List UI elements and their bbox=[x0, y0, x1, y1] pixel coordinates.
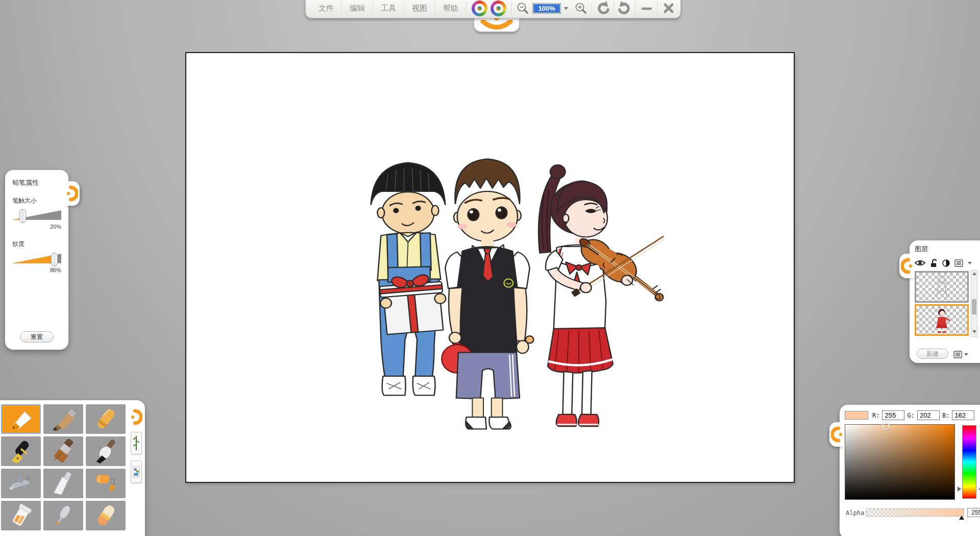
paint-jar-icon bbox=[5, 503, 37, 528]
brush-palette-panel bbox=[0, 400, 145, 536]
toolbar-divider bbox=[341, 2, 342, 15]
layer-controls bbox=[915, 258, 980, 268]
softness-slider-handle[interactable] bbox=[51, 253, 58, 266]
zoom-in-button[interactable] bbox=[571, 1, 591, 15]
layer-menu-icon[interactable] bbox=[954, 259, 963, 267]
menu-file[interactable]: 文件 bbox=[312, 1, 340, 15]
brush-eraser[interactable] bbox=[86, 501, 126, 530]
alpha-value-input[interactable]: 255 bbox=[967, 508, 980, 517]
layer-item-figure[interactable] bbox=[915, 304, 969, 336]
app-logo bbox=[468, 1, 510, 16]
softness-slider[interactable] bbox=[12, 253, 61, 266]
brush-airbrush[interactable] bbox=[1, 469, 41, 498]
layers-panel: 图层 bbox=[910, 240, 980, 363]
toolbar-divider bbox=[435, 2, 435, 15]
toolbar-divider bbox=[592, 2, 592, 15]
brush-palette-collapse-tab[interactable] bbox=[130, 408, 142, 426]
menu-help[interactable]: 帮助 bbox=[436, 1, 465, 15]
zoom-level-value: 100% bbox=[533, 4, 560, 13]
pencil-panel-collapse-tab[interactable] bbox=[64, 181, 80, 206]
brush-flat-brush[interactable] bbox=[43, 436, 83, 466]
layer-options-menu-icon[interactable] bbox=[953, 351, 962, 358]
bamboo-stamp-button[interactable] bbox=[131, 432, 142, 454]
toolbar-divider bbox=[466, 2, 467, 15]
brush-pencil-tip[interactable] bbox=[1, 404, 41, 434]
visibility-eye-icon[interactable] bbox=[915, 259, 925, 266]
brush-crayon[interactable] bbox=[86, 404, 126, 434]
layer-item-sketch[interactable] bbox=[915, 271, 969, 303]
layer-scrollbar-thumb[interactable] bbox=[972, 299, 976, 314]
minimize-button[interactable] bbox=[637, 1, 656, 15]
clown-eye-right-icon bbox=[491, 1, 506, 16]
brush-size-slider[interactable] bbox=[12, 209, 61, 223]
g-input[interactable] bbox=[917, 410, 940, 420]
color-panel-collapse-tab[interactable] bbox=[829, 422, 845, 447]
canvas-artwork bbox=[359, 148, 675, 431]
scroll-down-icon[interactable] bbox=[972, 330, 976, 333]
brush-size-label: 笔触大小 bbox=[12, 197, 61, 205]
toolbar-divider bbox=[614, 2, 614, 15]
brush-paint-roller[interactable] bbox=[86, 469, 126, 498]
pencil-tip-icon bbox=[5, 407, 37, 431]
scroll-up-icon[interactable] bbox=[972, 272, 976, 275]
layers-panel-title: 图层 bbox=[915, 245, 980, 254]
reset-button[interactable]: 重置 bbox=[20, 331, 54, 343]
close-button[interactable] bbox=[659, 1, 678, 15]
hue-slider[interactable] bbox=[962, 425, 976, 499]
current-color-swatch bbox=[845, 411, 868, 420]
menu-view[interactable]: 视图 bbox=[405, 1, 434, 15]
zoom-dropdown-caret-icon[interactable] bbox=[564, 7, 568, 10]
alpha-slider[interactable] bbox=[866, 508, 964, 517]
layer-options[interactable] bbox=[953, 351, 968, 358]
crayon-icon bbox=[89, 407, 122, 431]
opacity-contrast-icon[interactable] bbox=[942, 259, 950, 267]
minimize-icon bbox=[641, 2, 653, 14]
undo-icon bbox=[596, 1, 610, 15]
hue-marker-left-icon[interactable] bbox=[958, 486, 961, 492]
redo-button[interactable] bbox=[615, 1, 634, 15]
fountain-pen-icon bbox=[5, 439, 37, 464]
menu-tools[interactable]: 工具 bbox=[374, 1, 403, 15]
main-toolbar: 文件 编辑 工具 视图 帮助 100% bbox=[305, 0, 681, 18]
layer-scrollbar[interactable] bbox=[971, 270, 977, 337]
boy-gift-figure bbox=[371, 163, 447, 396]
sketch-layer-thumbnail bbox=[932, 274, 952, 300]
pencil-panel-title: 铅笔属性 bbox=[12, 178, 61, 187]
layer-options-caret-icon[interactable] bbox=[964, 353, 968, 356]
brush-size-slider-handle[interactable] bbox=[19, 209, 26, 223]
clown-smile-icon bbox=[480, 20, 513, 30]
color-cursor[interactable] bbox=[882, 422, 890, 430]
picture-stamp-icon bbox=[133, 465, 140, 478]
paint-roller-icon bbox=[89, 471, 122, 496]
layer-menu-caret-icon[interactable] bbox=[968, 262, 972, 264]
saturation-value-picker[interactable] bbox=[845, 424, 955, 500]
brush-dropper-knife[interactable] bbox=[43, 501, 83, 530]
brush-ink-brush[interactable] bbox=[86, 436, 126, 466]
new-layer-button[interactable]: 新建 bbox=[917, 349, 948, 359]
brush-wood-pencil[interactable] bbox=[43, 404, 83, 434]
zoom-level-input[interactable]: 100% bbox=[532, 3, 561, 14]
unlock-icon[interactable] bbox=[930, 259, 938, 267]
menu-edit[interactable]: 编辑 bbox=[343, 1, 372, 15]
ear-icon bbox=[901, 257, 913, 275]
brush-paint-jar[interactable] bbox=[1, 501, 41, 530]
airbrush-icon bbox=[5, 471, 37, 496]
b-input[interactable] bbox=[952, 410, 974, 420]
close-icon bbox=[663, 2, 675, 14]
layers-panel-collapse-tab[interactable] bbox=[899, 254, 915, 278]
r-input[interactable] bbox=[882, 410, 904, 420]
toolbar-divider bbox=[373, 2, 373, 15]
brush-palette-knife[interactable] bbox=[43, 469, 83, 498]
boy-paddle-figure bbox=[442, 159, 533, 429]
zoom-out-button[interactable] bbox=[513, 1, 532, 15]
b-label: B: bbox=[942, 412, 949, 419]
g-label: G: bbox=[907, 412, 914, 419]
drawing-canvas[interactable] bbox=[185, 52, 795, 483]
toolbar-divider bbox=[404, 2, 404, 15]
ink-brush-icon bbox=[89, 439, 122, 464]
picture-stamp-button[interactable] bbox=[131, 460, 142, 483]
clown-eye-left-icon bbox=[472, 1, 487, 16]
undo-button[interactable] bbox=[593, 1, 612, 15]
brush-fountain-pen[interactable] bbox=[1, 436, 41, 466]
alpha-cursor-icon[interactable] bbox=[959, 516, 964, 520]
